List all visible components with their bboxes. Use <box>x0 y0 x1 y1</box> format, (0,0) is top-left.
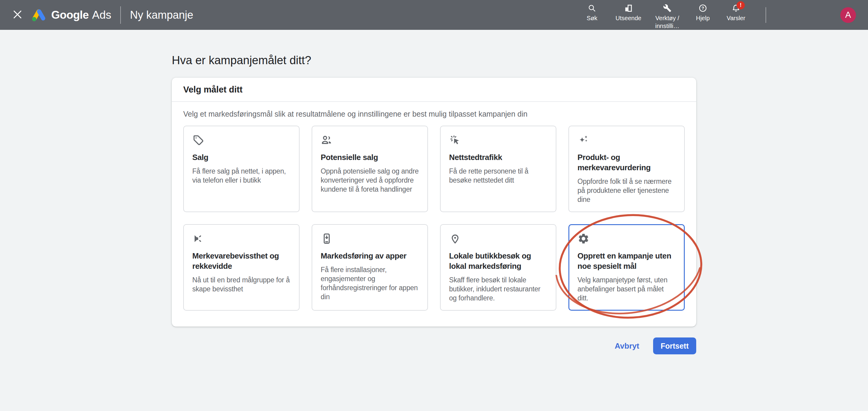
cancel-button[interactable]: Avbryt <box>615 341 639 351</box>
goal-title: Opprett en kampanje uten noe spesielt må… <box>578 251 676 271</box>
speaker-icon <box>192 232 290 245</box>
panel-title: Velg målet ditt <box>172 78 696 102</box>
goal-title: Salg <box>192 152 290 162</box>
close-button[interactable] <box>10 8 25 22</box>
tag-icon <box>192 134 290 146</box>
goal-desc: Oppfordre folk til å se nærmere på produ… <box>578 177 676 204</box>
goal-desc: Skaff flere besøk til lokale butikker, i… <box>449 276 547 303</box>
location-pin-icon <box>449 232 547 245</box>
brand-text: Google Ads <box>51 9 111 22</box>
gear-icon <box>578 232 676 245</box>
goal-card-local-store-visits[interactable]: Lokale butikkbesøk og lokal markedsførin… <box>440 224 556 311</box>
brand-ads: Ads <box>92 9 111 22</box>
goal-panel: Velg målet ditt Velg et markedsføringsmå… <box>172 78 696 327</box>
goal-desc: Få flere installasjoner, engasjementer o… <box>321 265 419 301</box>
goal-title: Markedsføring av apper <box>321 251 419 261</box>
goal-card-website-traffic[interactable]: Nettstedtrafikk Få de rette personene ti… <box>440 126 556 212</box>
brand-google: Google <box>51 9 89 22</box>
topbar: Google Ads Ny kampanje Søk Utseende <box>0 0 868 30</box>
appearance-label: Utseende <box>615 14 641 22</box>
main-content: Hva er kampanjemålet ditt? Velg målet di… <box>0 30 868 411</box>
topbar-action-help[interactable]: ? Hjelp <box>693 4 712 22</box>
footer-actions: Avbryt Fortsett <box>172 338 696 354</box>
google-ads-brand: Google Ads <box>31 8 111 22</box>
goal-card-awareness[interactable]: Merkevarebevissthet og rekkevidde Nå ut … <box>183 224 300 311</box>
help-label: Hjelp <box>696 14 710 22</box>
topbar-action-alerts[interactable]: ! Varsler <box>726 4 746 22</box>
help-glyph: ? <box>702 6 704 10</box>
tools-label-line1: Verktøy / <box>655 14 679 22</box>
topbar-divider-right <box>766 7 766 23</box>
search-icon <box>588 4 596 12</box>
goals-grid: Salg Få flere salg på nettet, i appen, v… <box>183 126 685 311</box>
goal-card-consideration[interactable]: Produkt- og merkevarevurdering Oppfordre… <box>568 126 685 212</box>
panel-subtitle: Velg et markedsføringsmål slik at result… <box>183 110 685 119</box>
topbar-action-appearance[interactable]: Utseende <box>615 4 641 22</box>
sparkles-icon <box>578 134 676 146</box>
wrench-icon <box>663 4 672 12</box>
tools-label-line2: innstilli… <box>655 22 679 30</box>
goal-card-leads[interactable]: Potensielle salg Oppnå potensielle salg … <box>312 126 428 212</box>
goal-card-app-promotion[interactable]: Markedsføring av apper Få flere installa… <box>312 224 428 311</box>
goal-title: Nettstedtrafikk <box>449 152 547 162</box>
appearance-icon <box>624 4 632 12</box>
alerts-label: Varsler <box>727 14 745 22</box>
goal-title: Merkevarebevissthet og rekkevidde <box>192 251 290 271</box>
goal-card-no-goal[interactable]: Opprett en kampanje uten noe spesielt må… <box>568 224 685 311</box>
topbar-divider <box>120 6 121 24</box>
topbar-page-title: Ny kampanje <box>130 9 193 22</box>
continue-button[interactable]: Fortsett <box>653 338 696 354</box>
people-icon <box>321 134 419 146</box>
search-label: Søk <box>587 14 598 22</box>
topbar-action-tools[interactable]: Verktøy / innstilli… <box>655 4 679 30</box>
goal-desc: Velg kampanjetype først, uten anbefaling… <box>578 276 676 303</box>
goal-desc: Få flere salg på nettet, i appen, via te… <box>192 167 290 185</box>
help-icon: ? <box>699 4 707 12</box>
topbar-action-search[interactable]: Søk <box>582 4 601 22</box>
close-icon <box>12 9 23 21</box>
goal-title: Potensielle salg <box>321 152 419 162</box>
alert-badge: ! <box>737 1 745 9</box>
avatar[interactable]: A <box>840 7 856 23</box>
bell-icon: ! <box>732 4 740 12</box>
page-heading: Hva er kampanjemålet ditt? <box>172 54 311 67</box>
goal-desc: Oppnå potensielle salg og andre konverte… <box>321 167 419 194</box>
topbar-actions: Søk Utseende Verktøy / innstilli… <box>582 0 746 30</box>
goal-desc: Nå ut til en bred målgruppe for å skape … <box>192 276 290 293</box>
goal-desc: Få de rette personene til å besøke netts… <box>449 167 547 185</box>
goal-title: Produkt- og merkevarevurdering <box>578 152 676 173</box>
cursor-click-icon <box>449 134 547 146</box>
goal-title: Lokale butikkbesøk og lokal markedsførin… <box>449 251 547 271</box>
google-ads-logo-icon <box>31 8 46 22</box>
phone-install-icon <box>321 232 419 245</box>
goal-card-sales[interactable]: Salg Få flere salg på nettet, i appen, v… <box>183 126 300 212</box>
